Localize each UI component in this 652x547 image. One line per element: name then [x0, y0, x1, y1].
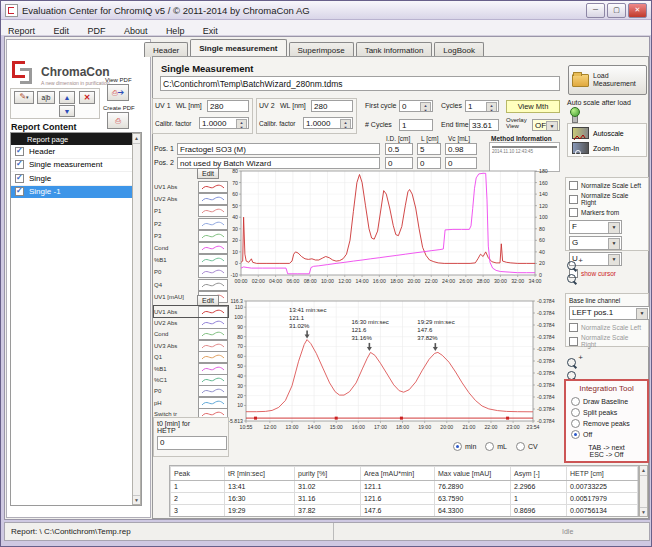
num-cycles-input[interactable]: 1 — [399, 119, 433, 131]
legend-curve-swatch[interactable] — [198, 181, 228, 193]
integration-option-remove-peaks[interactable]: Remove peaks — [566, 417, 647, 428]
pos1-id-input[interactable]: 0.5 — [385, 143, 413, 155]
unit-radio-cv[interactable] — [516, 442, 525, 451]
legend-curve-swatch[interactable] — [198, 230, 228, 242]
baseline-normalize-left-option[interactable]: Normalize Scale Left — [566, 320, 648, 332]
spinner-buttons[interactable]: ▲▼ — [340, 119, 351, 129]
tab-header[interactable]: Header — [144, 42, 188, 57]
overlay-view-dropdown[interactable]: OFF▼ — [532, 119, 560, 131]
tab-superimpose[interactable]: Superimpose — [289, 42, 354, 57]
delete-page-button[interactable]: ✕ — [79, 91, 95, 104]
autoscale-tool[interactable]: Autoscale — [568, 124, 646, 140]
legend-item[interactable]: P1 — [154, 205, 228, 217]
report-row-single-measurement[interactable]: Single measurement — [11, 159, 141, 173]
tab-tank-information[interactable]: Tank information — [356, 42, 433, 57]
file-path-box[interactable]: C:\Contichrom\Temp\BatchWizard_280nm.tdm… — [160, 76, 560, 91]
legend-curve-swatch[interactable] — [198, 328, 228, 340]
chart1-edit-button[interactable]: Edit — [197, 168, 219, 179]
markers-from-option[interactable]: Markers from — [566, 206, 648, 217]
report-row-single-1[interactable]: Single -1 — [11, 186, 141, 199]
table-row[interactable]: 216:3031.16121.663.759010.00517979 — [171, 493, 638, 505]
scroll-up-arrow[interactable]: ▲ — [640, 466, 647, 476]
legend-item[interactable]: %C1 — [154, 374, 228, 385]
row-checkbox[interactable] — [15, 187, 24, 196]
scroll-down-arrow[interactable]: ▼ — [640, 507, 647, 516]
legend-curve-swatch[interactable] — [198, 254, 228, 266]
legend-item[interactable]: P2 — [154, 218, 228, 230]
legend-curve-swatch[interactable] — [198, 351, 228, 363]
legend-item[interactable]: %B1 — [154, 363, 228, 374]
load-measurement-button[interactable]: Load Measurement — [568, 65, 647, 95]
uv1-wl-input[interactable]: 280 — [207, 100, 249, 112]
sort-ab-button[interactable]: a|b — [37, 91, 55, 104]
legend-curve-swatch[interactable] — [198, 193, 228, 205]
legend-curve-swatch[interactable] — [198, 218, 228, 230]
pos1-input[interactable]: Fractogel SO3 (M) — [177, 143, 380, 155]
legend-item[interactable]: UV1 Abs — [154, 181, 228, 193]
cycles-input[interactable]: 1▲▼ — [465, 100, 499, 112]
legend-curve-swatch[interactable] — [198, 266, 228, 278]
legend-curve-swatch[interactable] — [198, 340, 228, 352]
legend-item[interactable]: UV3 Abs — [154, 340, 228, 351]
marker-dropdown-g[interactable]: G▼ — [569, 236, 622, 250]
off-radio[interactable] — [571, 430, 580, 439]
pos1-vc-input[interactable]: 0.98 — [445, 143, 477, 155]
normalize-left-option[interactable]: Normalize Scale Left — [566, 178, 648, 190]
legend-curve-swatch[interactable] — [198, 205, 228, 217]
chart2-edit-button[interactable]: Edit — [197, 295, 219, 306]
legend-item[interactable]: Q1 — [154, 352, 228, 363]
row-checkbox[interactable] — [15, 160, 24, 169]
zoom-in-tool[interactable]: Zoom-In — [568, 140, 646, 156]
legend-curve-swatch[interactable] — [198, 317, 228, 329]
legend-item[interactable]: P3 — [154, 230, 228, 242]
create-pdf-button[interactable]: ⎙ — [107, 112, 129, 129]
normalize-right-option[interactable]: Normalize Scale Right — [566, 190, 648, 206]
legend-curve-swatch[interactable] — [198, 385, 228, 397]
integration-option-draw-baseline[interactable]: Draw Baseline — [566, 393, 647, 406]
move-down-button[interactable]: ▼ — [59, 105, 75, 117]
normalize-right-checkbox[interactable] — [569, 195, 578, 204]
legend-item-selected[interactable]: UV1 Abs — [154, 306, 228, 317]
legend-curve-swatch[interactable] — [198, 374, 228, 386]
markers-from-checkbox[interactable] — [569, 208, 578, 217]
chevron-down-icon[interactable]: ▼ — [608, 222, 620, 234]
overview-chromatogram-plot[interactable]: 00:0002:0004:0006:0008:0010:0012:0014:00… — [227, 166, 559, 290]
legend-item[interactable]: P0 — [154, 386, 228, 397]
baseline-normalize-right-checkbox[interactable] — [569, 337, 578, 346]
split-peaks-radio[interactable] — [571, 408, 580, 417]
zoom-reset-button[interactable] — [567, 269, 576, 287]
tab-logbook[interactable]: LogBook — [434, 42, 484, 57]
chevron-down-icon[interactable]: ▼ — [546, 121, 558, 131]
legend-item[interactable]: UV2 Abs — [154, 317, 228, 328]
legend-item[interactable]: %B1 — [154, 254, 228, 266]
baseline-normalize-left-checkbox[interactable] — [569, 323, 578, 332]
peaks-table[interactable]: Peak tR [min:sec] purity [%] Area [mAU*m… — [170, 466, 638, 517]
baseline-channel-dropdown[interactable]: LEFT pos.1▼ — [569, 306, 650, 320]
table-row[interactable]: 113:4131.02121.176.28902.29660.00733225 — [171, 481, 638, 493]
marker-dropdown-f[interactable]: F▼ — [569, 220, 622, 234]
baseline-normalize-right-option[interactable]: Normalize Scale Right — [566, 332, 648, 348]
unit-radio-min[interactable] — [453, 442, 462, 451]
report-tree-scrollbar[interactable]: ▲ ▼ — [132, 133, 141, 505]
legend-curve-swatch[interactable] — [198, 279, 228, 291]
table-row[interactable]: 319:2937.82147.664.33000.86960.00756134 — [171, 505, 638, 517]
legend-curve-swatch[interactable] — [198, 363, 228, 375]
chevron-down-icon[interactable]: ▼ — [608, 254, 620, 266]
uv2-calibr-input[interactable]: 1.0000▲▼ — [303, 117, 353, 129]
legend-curve-swatch[interactable] — [198, 306, 228, 318]
scroll-up-arrow[interactable]: ▲ — [133, 134, 140, 144]
legend-curve-swatch[interactable] — [198, 397, 228, 409]
spinner-buttons[interactable]: ▲▼ — [420, 102, 431, 112]
integration-option-split-peaks[interactable]: Split peaks — [566, 406, 647, 417]
spinner-buttons[interactable]: ▲▼ — [236, 119, 247, 129]
legend-curve-swatch[interactable] — [198, 242, 228, 254]
legend-item[interactable]: Cond — [154, 329, 228, 340]
report-row-single[interactable]: Single — [11, 172, 141, 186]
cycle-chromatogram-plot[interactable]: 10:5512:0013:0014:0015:0016:0017:0018:00… — [225, 293, 559, 439]
uv1-calibr-input[interactable]: 1.0000▲▼ — [199, 117, 249, 129]
close-button[interactable]: ✕ — [628, 3, 647, 18]
view-mth-button[interactable]: View Mth — [506, 100, 560, 113]
titlebar[interactable]: Evaluation Center for ChromIQ v5 / © 201… — [1, 1, 651, 20]
row-checkbox[interactable] — [15, 147, 24, 156]
chevron-down-icon[interactable]: ▼ — [636, 308, 648, 320]
